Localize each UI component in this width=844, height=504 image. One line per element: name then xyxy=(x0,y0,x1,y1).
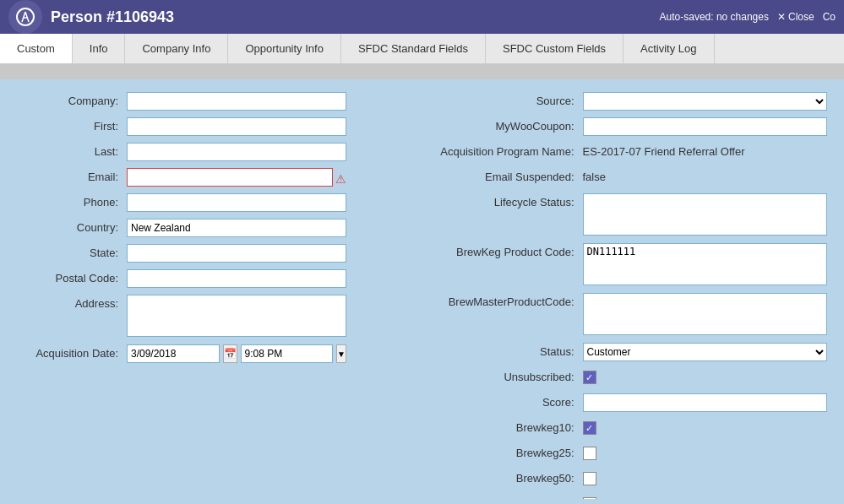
brewkeg50-label: Brewkeg50: xyxy=(431,469,583,485)
brewmaster-code-label: BrewMasterProductCode: xyxy=(431,293,583,308)
company-row: Company: xyxy=(17,92,414,112)
acq-time-input[interactable] xyxy=(241,344,334,363)
score-row: Score: xyxy=(431,393,828,414)
source-row: Source: xyxy=(431,92,828,112)
score-input-wrap xyxy=(583,393,828,412)
tab-sfdc-standard[interactable]: SFDC Standard Fields xyxy=(341,34,486,63)
brewkeg10-value xyxy=(583,419,828,435)
lifecycle-label: Lifecycle Status: xyxy=(431,193,583,209)
last-input[interactable] xyxy=(127,143,346,161)
score-input[interactable] xyxy=(583,393,828,412)
email-input-wrap: ⚠ xyxy=(127,168,346,187)
phone-row: Phone: xyxy=(17,193,414,214)
company-input-wrap xyxy=(127,92,346,111)
mywoo-row: MyWooCoupon: xyxy=(431,117,828,138)
tab-sfdc-custom[interactable]: SFDC Custom Fields xyxy=(486,34,623,63)
postal-input-wrap xyxy=(127,269,346,288)
calendar-icon[interactable]: 📅 xyxy=(223,344,237,363)
country-input[interactable] xyxy=(127,219,346,237)
first-input[interactable] xyxy=(127,117,346,136)
co-button[interactable]: Co xyxy=(823,11,836,23)
address-label: Address: xyxy=(17,295,127,310)
acq-program-value: ES-2017-07 Friend Referral Offer xyxy=(583,143,828,158)
lifecycle-input[interactable] xyxy=(583,193,828,236)
brewkeg-code-input[interactable]: DN111111 xyxy=(583,243,828,285)
left-panel: Company: First: Last: Email: ⚠ P xyxy=(17,92,414,486)
status-label: Status: xyxy=(431,343,583,358)
score-label: Score: xyxy=(431,393,583,409)
phone-input[interactable] xyxy=(127,193,346,212)
address-row: Address: xyxy=(17,295,414,339)
unsubscribed-value xyxy=(583,368,828,384)
mywoo-input-wrap xyxy=(583,117,828,136)
mywoo-input[interactable] xyxy=(583,117,828,136)
email-error-icon: ⚠ xyxy=(335,172,346,186)
unsubscribed-checkbox[interactable] xyxy=(583,371,596,384)
autosave-status: Auto-saved: no changes xyxy=(660,11,769,23)
email-suspended-row: Email Suspended: false xyxy=(431,168,828,188)
acq-program-row: Acquisition Program Name: ES-2017-07 Fri… xyxy=(431,143,828,163)
tab-custom[interactable]: Custom xyxy=(0,34,73,63)
svg-point-0 xyxy=(17,8,34,25)
brewkeg-code-row: BrewKeg Product Code: DN111111 xyxy=(431,243,828,288)
time-dropdown-icon[interactable]: ▼ xyxy=(336,344,346,363)
phone-input-wrap xyxy=(127,193,346,212)
nav-tabs: Custom Info Company Info Opportunity Inf… xyxy=(0,34,844,64)
state-input-wrap xyxy=(127,244,346,263)
address-input-wrap xyxy=(127,295,346,339)
phone-label: Phone: xyxy=(17,193,127,209)
state-input[interactable] xyxy=(127,244,346,263)
company-label: Company: xyxy=(17,92,127,107)
brewkeg10-label: Brewkeg10: xyxy=(431,419,583,434)
unsubscribed-label: Unsubscribed: xyxy=(431,368,583,383)
close-button[interactable]: ✕ Close xyxy=(777,11,814,23)
acq-date-input[interactable] xyxy=(127,344,220,363)
right-panel: Source: MyWooCoupon: Acquisition Program… xyxy=(431,92,828,486)
first-row: First: xyxy=(17,117,414,138)
lifecycle-row: Lifecycle Status: xyxy=(431,193,828,238)
tab-activity-log[interactable]: Activity Log xyxy=(623,34,714,63)
acq-date-row: Acquisition Date: 📅 ▼ xyxy=(17,344,414,365)
source-input-wrap xyxy=(583,92,828,111)
status-select[interactable]: Customer Prospect Lead Other xyxy=(583,343,828,361)
header-actions: Auto-saved: no changes ✕ Close Co xyxy=(660,11,836,23)
state-label: State: xyxy=(17,244,127,259)
brewmaster-label: Brewmaster: xyxy=(431,495,583,499)
brewkeg50-row: Brewkeg50: xyxy=(431,469,828,490)
first-label: First: xyxy=(17,117,127,133)
tab-info[interactable]: Info xyxy=(73,34,126,63)
last-input-wrap xyxy=(127,143,346,161)
brewmaster-row: Brewmaster: xyxy=(431,495,828,499)
tab-company-info[interactable]: Company Info xyxy=(125,34,228,63)
brewkeg50-checkbox[interactable] xyxy=(583,472,596,485)
logo xyxy=(8,0,42,34)
source-label: Source: xyxy=(431,92,583,107)
page-title: Person #1106943 xyxy=(51,8,660,26)
header: Person #1106943 Auto-saved: no changes ✕… xyxy=(0,0,844,34)
brewkeg10-checkbox[interactable] xyxy=(583,421,596,435)
brewmaster-code-input-wrap xyxy=(583,293,828,338)
last-row: Last: xyxy=(17,143,414,163)
email-label: Email: xyxy=(17,168,127,183)
source-select[interactable] xyxy=(583,92,828,111)
email-input[interactable] xyxy=(127,168,333,187)
brewkeg25-checkbox[interactable] xyxy=(583,447,596,460)
postal-input[interactable] xyxy=(127,269,346,288)
brewkeg50-value xyxy=(583,469,828,485)
state-row: State: xyxy=(17,244,414,264)
unsubscribed-row: Unsubscribed: xyxy=(431,368,828,388)
close-icon: ✕ xyxy=(777,11,786,23)
brewmaster-checkbox[interactable] xyxy=(583,497,596,499)
lifecycle-input-wrap xyxy=(583,193,828,238)
brewkeg-code-label: BrewKeg Product Code: xyxy=(431,243,583,258)
first-input-wrap xyxy=(127,117,346,136)
country-input-wrap xyxy=(127,219,346,237)
brewkeg25-row: Brewkeg25: xyxy=(431,444,828,464)
address-input[interactable] xyxy=(127,295,346,337)
postal-row: Postal Code: xyxy=(17,269,414,290)
brewkeg-code-input-wrap: DN111111 xyxy=(583,243,828,288)
tab-opportunity-info[interactable]: Opportunity Info xyxy=(228,34,341,63)
brewmaster-code-input[interactable] xyxy=(583,293,828,335)
acq-date-label: Acquisition Date: xyxy=(17,344,127,360)
company-input[interactable] xyxy=(127,92,346,111)
